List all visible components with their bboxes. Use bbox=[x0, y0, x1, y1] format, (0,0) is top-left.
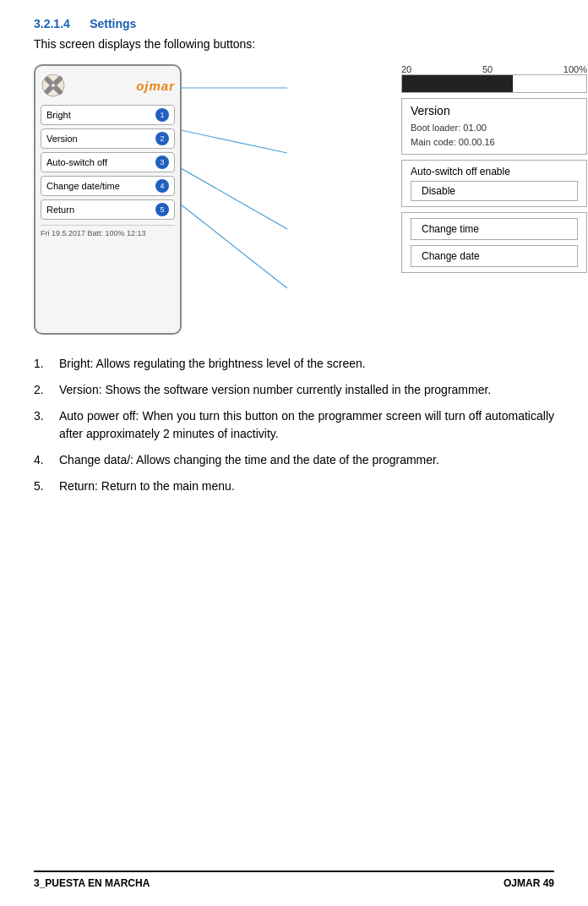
version-callout-box: Version Boot loader: 01.00 Main code: 00… bbox=[401, 98, 587, 155]
brightness-bar[interactable] bbox=[401, 74, 587, 93]
change-datetime-callout-box: Change time Change date bbox=[401, 212, 587, 273]
list-text-2: Version: Shows the software version numb… bbox=[59, 381, 554, 399]
autoswitch-label: Auto-switch off enable bbox=[411, 166, 578, 177]
device-button-changedate[interactable]: Change date/time 4 bbox=[41, 176, 175, 196]
list-num-3: 3. bbox=[34, 407, 59, 443]
version-boot-loader: Boot loader: 01.00 bbox=[411, 121, 578, 135]
list-item-5: 5. Return: Return to the main menu. bbox=[34, 478, 554, 495]
disable-button[interactable]: Disable bbox=[411, 181, 578, 201]
device-button-version[interactable]: Version 2 bbox=[41, 128, 175, 149]
list-item-3: 3. Auto power off: When you turn this bu… bbox=[34, 407, 554, 443]
device-mockup: ojmar Bright 1 Version 2 Auto-switch off… bbox=[34, 64, 182, 335]
change-date-button[interactable]: Change date bbox=[411, 245, 578, 267]
brightness-label-100: 100% bbox=[564, 64, 587, 74]
list-num-1: 1. bbox=[34, 355, 59, 373]
svg-line-10 bbox=[169, 195, 287, 288]
list-item-1: 1. Bright: Allows regulating the brightn… bbox=[34, 355, 554, 373]
device-footer: Fri 19.5.2017 Batt: 100% 12:13 bbox=[41, 225, 175, 237]
svg-line-9 bbox=[169, 161, 287, 229]
list-text-5: Return: Return to the main menu. bbox=[59, 478, 554, 495]
intro-text: This screen displays the following butto… bbox=[34, 37, 554, 51]
brightness-labels: 20 50 100% bbox=[401, 64, 587, 74]
callout-boxes: 20 50 100% Version Boot loader: 01.00 Ma… bbox=[401, 64, 587, 335]
list-num-4: 4. bbox=[34, 451, 59, 469]
autoswitch-callout-box: Auto-switch off enable Disable bbox=[401, 160, 587, 207]
device-button-bright[interactable]: Bright 1 bbox=[41, 105, 175, 125]
section-header: 3.2.1.4 Settings bbox=[34, 17, 554, 30]
list-text-4: Change data/: Allows changing the time a… bbox=[59, 451, 554, 469]
svg-line-8 bbox=[169, 128, 287, 153]
section-number: 3.2.1.4 bbox=[34, 17, 70, 30]
list-item-4: 4. Change data/: Allows changing the tim… bbox=[34, 451, 554, 469]
list-num-5: 5. bbox=[34, 478, 59, 495]
footer-left: 3_PUESTA EN MARCHA bbox=[34, 877, 150, 889]
footer-right: OJMAR 49 bbox=[504, 877, 554, 889]
page-footer: 3_PUESTA EN MARCHA OJMAR 49 bbox=[34, 871, 554, 889]
brightness-empty bbox=[513, 75, 586, 92]
brightness-label-20: 20 bbox=[401, 64, 411, 74]
connector-lines bbox=[169, 64, 287, 335]
section-title: Settings bbox=[90, 17, 136, 30]
change-time-button[interactable]: Change time bbox=[411, 218, 578, 240]
brightness-callout: 20 50 100% bbox=[401, 64, 587, 93]
device-button-autoswitch[interactable]: Auto-switch off 3 bbox=[41, 152, 175, 172]
description-list: 1. Bright: Allows regulating the brightn… bbox=[34, 355, 554, 495]
version-title: Version bbox=[411, 104, 578, 117]
settings-icon bbox=[41, 73, 66, 98]
brightness-label-50: 50 bbox=[482, 64, 493, 74]
ojmar-logo: ojmar bbox=[136, 79, 175, 93]
version-main-code: Main code: 00.00.16 bbox=[411, 135, 578, 150]
device-header: ojmar bbox=[41, 73, 175, 98]
list-num-2: 2. bbox=[34, 381, 59, 399]
device-button-return[interactable]: Return 5 bbox=[41, 199, 175, 220]
list-text-1: Bright: Allows regulating the brightness… bbox=[59, 355, 554, 373]
brightness-filled bbox=[402, 75, 513, 92]
list-text-3: Auto power off: When you turn this butto… bbox=[59, 407, 554, 443]
list-item-2: 2. Version: Shows the software version n… bbox=[34, 381, 554, 399]
